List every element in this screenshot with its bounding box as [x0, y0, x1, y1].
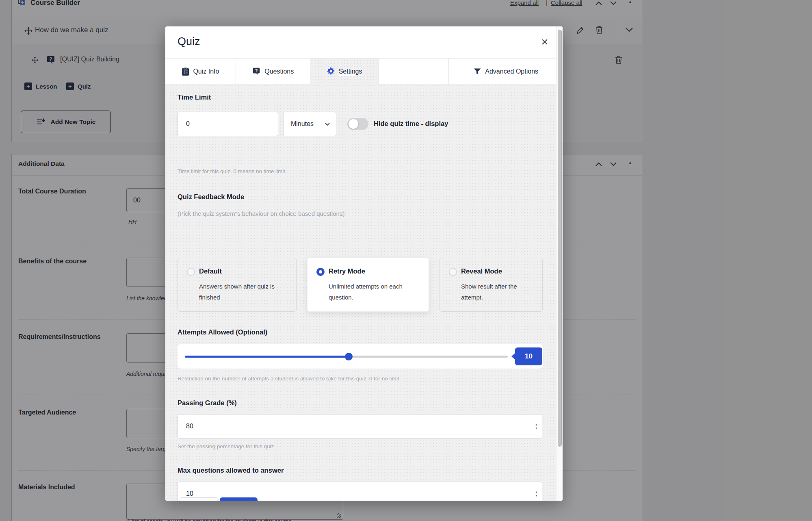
- save-button-clipped[interactable]: [220, 497, 258, 501]
- tab-advanced-options[interactable]: Advanced Options: [449, 59, 563, 84]
- tab-label: Advanced Options: [485, 68, 538, 75]
- radio-unselected[interactable]: [449, 268, 457, 276]
- funnel-icon: [473, 67, 481, 76]
- option-desc: Unlimited attempts on each question.: [329, 281, 422, 303]
- attempts-slider: 10: [178, 344, 543, 369]
- modal-title: Quiz: [178, 35, 200, 48]
- feedback-mode-label: Quiz Feedback Mode: [178, 193, 244, 201]
- attempts-label: Attempts Allowed (Optional): [178, 328, 267, 336]
- option-title: Default: [199, 267, 222, 275]
- radio-selected[interactable]: [316, 268, 325, 276]
- option-desc: Show result after the attempt.: [461, 281, 536, 303]
- passing-grade-input[interactable]: 80 ▲▼: [178, 414, 542, 439]
- attempts-helper: Restriction on the number of attempts a …: [178, 376, 399, 382]
- back-button-clipped[interactable]: [180, 497, 219, 501]
- feedback-option-default[interactable]: Default Answers shown after quiz is fini…: [178, 258, 297, 312]
- time-limit-input[interactable]: 0: [178, 112, 278, 136]
- slider-thumb[interactable]: [345, 353, 353, 360]
- tab-quiz-info[interactable]: Quiz Info: [165, 59, 236, 84]
- feedback-mode-sublabel: (Pick the quiz system"s behaviour on cho…: [178, 210, 344, 217]
- chat-question-icon: ?: [252, 67, 261, 76]
- option-title: Retry Mode: [329, 267, 365, 275]
- slider-value-badge: 10: [515, 347, 542, 365]
- modal-scrollbar-track[interactable]: [556, 26, 563, 501]
- feedback-mode-cards: Default Answers shown after quiz is fini…: [178, 258, 543, 312]
- hide-quiz-time-label: Hide quiz time - display: [374, 120, 448, 128]
- time-unit-value: Minutes: [291, 120, 314, 128]
- time-unit-select[interactable]: Minutes: [283, 112, 336, 136]
- feedback-option-retry[interactable]: Retry Mode Unlimited attempts on each qu…: [307, 258, 429, 312]
- radio-unselected[interactable]: [187, 268, 195, 276]
- chevron-down-icon: [325, 122, 330, 126]
- option-title: Reveal Mode: [461, 267, 502, 275]
- toggle-knob: [349, 119, 358, 129]
- feedback-option-reveal[interactable]: Reveal Mode Show result after the attemp…: [440, 258, 543, 312]
- badge-notch: [511, 353, 515, 360]
- screen: Course Builder Expand all | Collapse all…: [0, 0, 812, 521]
- number-spinner[interactable]: ▲▼: [535, 423, 538, 430]
- number-spinner[interactable]: ▲▼: [535, 491, 538, 497]
- passing-grade-label: Passing Grade (%): [178, 399, 237, 407]
- svg-text:?: ?: [255, 68, 258, 73]
- modal-tabbar: Quiz Info ? Questions Settings Advanced …: [165, 58, 563, 84]
- passing-grade-value: 80: [186, 423, 193, 430]
- max-questions-label: Max questions allowed to answer: [178, 467, 284, 474]
- tab-questions[interactable]: ? Questions: [236, 59, 310, 84]
- time-limit-helper: Time limit for this quiz. 0 means no tim…: [178, 168, 287, 174]
- tabbar-spacer: [379, 59, 449, 84]
- gear-icon: [327, 67, 335, 76]
- slider-fill: [185, 356, 349, 358]
- modal-scrollbar-thumb[interactable]: [558, 30, 562, 447]
- modal-body: Time Limit 0 Minutes Hide quiz time - di…: [165, 84, 563, 501]
- time-limit-label: Time Limit: [178, 93, 211, 101]
- tab-label: Quiz Info: [193, 68, 219, 75]
- clipboard-icon: [182, 67, 189, 76]
- close-icon[interactable]: ×: [536, 33, 554, 51]
- option-desc: Answers shown after quiz is finished: [199, 281, 290, 303]
- tab-label: Settings: [339, 68, 362, 75]
- tab-settings[interactable]: Settings: [310, 59, 379, 84]
- hide-quiz-time-toggle[interactable]: [347, 118, 368, 130]
- slider-value: 10: [525, 352, 533, 360]
- tab-label: Questions: [264, 68, 294, 75]
- quiz-modal: Quiz × Quiz Info ? Questions Settings: [165, 26, 563, 501]
- max-questions-value: 10: [186, 490, 193, 497]
- passing-grade-helper: Set the passing percentage for this quiz: [178, 443, 274, 449]
